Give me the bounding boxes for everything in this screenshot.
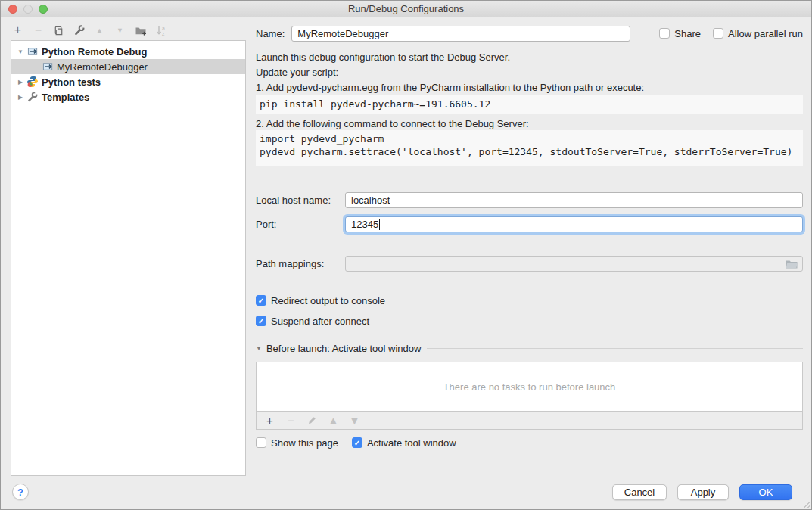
before-launch-task-list[interactable]: There are no tasks to run before launch [256, 362, 803, 412]
pip-install-code-snippet: pip install pydevd-pycharm~=191.6605.12 [256, 95, 803, 114]
remote-debug-config-icon [27, 46, 39, 57]
activate-tool-window-checkbox[interactable] [352, 437, 362, 448]
move-task-down-button[interactable]: ▼ [348, 414, 361, 428]
move-task-up-button[interactable]: ▲ [327, 414, 340, 428]
svg-text:z: z [162, 31, 165, 36]
path-mappings-input[interactable] [345, 256, 803, 272]
chevron-collapsed-icon[interactable]: ▶ [14, 94, 26, 101]
move-down-icon: ▼ [349, 415, 360, 427]
remote-debug-config-icon [42, 61, 54, 72]
before-launch-empty-text: There are no tasks to run before launch [443, 381, 616, 393]
allow-parallel-run-checkbox[interactable] [713, 28, 723, 39]
local-host-name-input[interactable]: localhost [345, 192, 803, 208]
share-checkbox[interactable] [659, 28, 670, 39]
move-up-button[interactable]: ▲ [93, 23, 106, 37]
edit-wrench-icon [73, 24, 86, 36]
svg-text:a: a [162, 26, 165, 31]
tree-item-python-tests[interactable]: ▶ Python tests [11, 74, 245, 89]
help-icon: ? [17, 487, 23, 498]
allow-parallel-run-label: Allow parallel run [728, 28, 803, 39]
share-label: Share [674, 28, 701, 39]
port-input[interactable]: 12345 [345, 216, 803, 232]
cancel-button[interactable]: Cancel [612, 484, 667, 500]
run-debug-configurations-dialog: Run/Debug Configurations + − ▲ ▼ az ▼ Py… [0, 0, 812, 510]
tree-item-label: MyRemoteDebugger [57, 61, 148, 73]
suspend-after-connect-label: Suspend after connect [271, 316, 369, 327]
sort-alphabetically-icon: az [155, 24, 167, 36]
sort-configurations-button[interactable]: az [154, 23, 167, 37]
add-icon: + [14, 24, 21, 36]
browse-path-mappings-button[interactable] [785, 259, 798, 272]
remove-icon: − [288, 415, 294, 427]
local-host-name-label: Local host name: [256, 194, 345, 206]
before-launch-collapse-icon[interactable]: ▼ [256, 345, 262, 352]
redirect-output-checkbox[interactable] [256, 295, 266, 306]
suspend-after-connect-checkbox[interactable] [256, 316, 266, 326]
add-task-button[interactable]: + [263, 414, 276, 428]
before-launch-title: Before launch: Activate tool window [266, 343, 422, 354]
section-divider [427, 348, 803, 349]
copy-icon [53, 25, 64, 36]
move-down-button[interactable]: ▼ [114, 23, 126, 37]
before-launch-toolbar: + − ▲ ▼ [256, 412, 803, 430]
apply-button[interactable]: Apply [677, 484, 729, 500]
title-bar: Run/Debug Configurations [1, 1, 811, 17]
zoom-window-button[interactable] [39, 5, 48, 14]
resize-grip[interactable] [803, 501, 810, 508]
name-input[interactable]: MyRemoteDebugger [291, 26, 630, 42]
configurations-toolbar: + − ▲ ▼ az [11, 23, 167, 38]
chevron-expanded-icon[interactable]: ▼ [14, 48, 26, 55]
redirect-output-label: Redirect output to console [271, 295, 385, 306]
tree-item-label: Python tests [42, 76, 101, 88]
port-label: Port: [256, 219, 345, 230]
edit-templates-button[interactable] [73, 23, 86, 37]
move-up-icon: ▲ [328, 415, 339, 427]
tree-item-myremotedebugger[interactable]: MyRemoteDebugger [11, 59, 245, 74]
templates-wrench-icon [26, 91, 39, 103]
ok-button[interactable]: OK [739, 484, 792, 500]
path-mappings-label: Path mappings: [256, 258, 345, 269]
instruction-step-1: 1. Add pydevd-pycharm.egg from the PyCha… [256, 82, 644, 94]
remove-icon: − [35, 24, 42, 36]
python-tests-icon [26, 76, 39, 88]
chevron-collapsed-icon[interactable]: ▶ [14, 79, 26, 86]
new-folder-icon [135, 24, 147, 36]
window-title: Run/Debug Configurations [348, 3, 464, 14]
pencil-icon [307, 415, 317, 425]
minimize-window-button [23, 5, 33, 14]
show-this-page-label: Show this page [271, 437, 338, 449]
configurations-tree: ▼ Python Remote Debug MyRemoteDebugger ▶… [11, 40, 246, 476]
tree-item-templates[interactable]: ▶ Templates [11, 89, 245, 104]
instruction-line-2: Update your script: [256, 67, 338, 79]
tree-item-label: Templates [42, 92, 89, 103]
dialog-buttons: Cancel Apply OK [612, 484, 792, 500]
copy-configuration-button[interactable] [52, 23, 65, 37]
move-up-icon: ▲ [96, 24, 103, 36]
remove-configuration-button[interactable]: − [32, 23, 45, 37]
add-icon: + [266, 415, 273, 427]
instruction-line-1: Launch this debug configuration to start… [256, 51, 510, 64]
folder-browse-icon [785, 259, 798, 269]
add-configuration-button[interactable]: + [11, 23, 24, 37]
name-label: Name: [256, 28, 285, 39]
move-down-icon: ▼ [117, 24, 123, 36]
text-caret [379, 219, 380, 230]
instruction-step-2: 2. Add the following command to connect … [256, 118, 529, 130]
settrace-code-snippet: import pydevd_pycharm pydevd_pycharm.set… [256, 130, 803, 166]
new-folder-button[interactable] [134, 23, 147, 37]
tree-item-python-remote-debug[interactable]: ▼ Python Remote Debug [11, 44, 245, 59]
help-button[interactable]: ? [12, 484, 29, 500]
close-window-button[interactable] [8, 5, 17, 14]
activate-tool-window-label: Activate tool window [367, 437, 456, 449]
remove-task-button[interactable]: − [285, 414, 297, 428]
tree-item-label: Python Remote Debug [42, 46, 147, 58]
edit-task-button[interactable] [306, 414, 319, 428]
show-this-page-checkbox[interactable] [256, 437, 266, 448]
traffic-lights [8, 5, 48, 14]
